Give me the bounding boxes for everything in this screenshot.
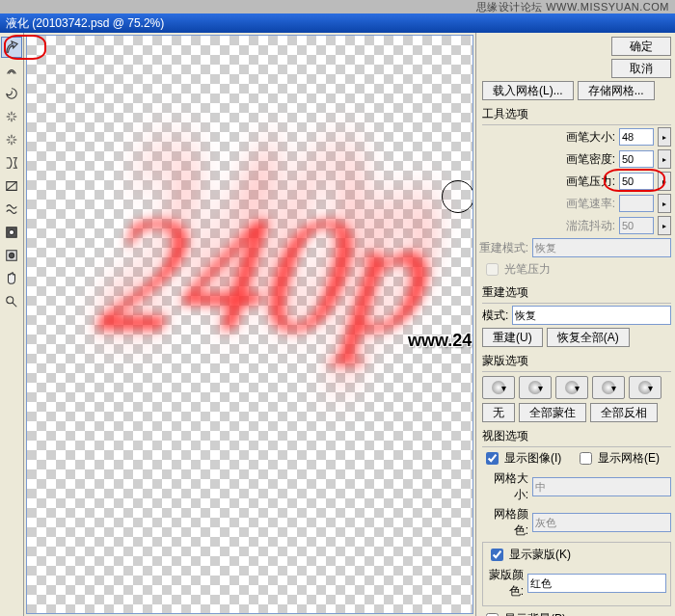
cancel-button[interactable]: 取消: [611, 59, 671, 78]
mask-subtract-button[interactable]: ▾: [555, 376, 588, 399]
push-left-tool-icon[interactable]: [1, 152, 22, 174]
mask-add-button[interactable]: ▾: [519, 376, 552, 399]
twirl-tool-icon[interactable]: [1, 83, 22, 104]
svg-point-4: [7, 297, 14, 304]
recon-mode-label-inline: 重建模式:: [479, 240, 528, 256]
recon-mode-select[interactable]: [512, 306, 671, 325]
watermark-bar: 思缘设计论坛 WWW.MISSYUAN.COM: [0, 0, 675, 13]
show-mesh-label: 显示网格(E): [598, 450, 660, 467]
brush-size-input[interactable]: [619, 128, 654, 146]
turbulence-tool-icon[interactable]: [1, 199, 22, 220]
credit-overlay: www.240ps.com: [408, 331, 473, 351]
brush-size-stepper[interactable]: ▸: [658, 127, 671, 147]
mask-invert-button[interactable]: ▾: [629, 376, 662, 399]
brush-cursor-icon: [442, 180, 473, 213]
brush-pressure-label: 画笔压力:: [557, 174, 615, 190]
show-bg-label: 显示背景(P): [504, 611, 566, 616]
mask-all-button[interactable]: 全部蒙住: [519, 403, 586, 422]
recon-mode-label: 模式:: [482, 308, 508, 324]
mirror-tool-icon[interactable]: [1, 175, 22, 197]
brush-rate-input: [619, 195, 654, 212]
brush-density-stepper[interactable]: ▸: [658, 149, 671, 169]
mesh-size-label: 网格大小:: [482, 470, 528, 503]
show-mask-checkbox[interactable]: [491, 549, 503, 561]
brush-pressure-input[interactable]: [619, 173, 654, 190]
recon-mode-select-inline: [532, 238, 671, 257]
brush-density-input[interactable]: [619, 150, 654, 168]
load-mesh-button[interactable]: 载入网格(L)...: [482, 81, 574, 100]
thaw-mask-tool-icon[interactable]: [1, 245, 22, 266]
mesh-size-select: [532, 477, 671, 496]
mask-replace-button[interactable]: ▾: [482, 376, 515, 399]
bloat-tool-icon[interactable]: [1, 129, 22, 150]
show-mesh-checkbox[interactable]: [580, 452, 592, 465]
rebuild-button[interactable]: 重建(U): [482, 328, 543, 347]
pen-pressure-checkbox: [486, 263, 499, 276]
mask-color-select[interactable]: [527, 574, 666, 593]
ok-button[interactable]: 确定: [611, 37, 671, 56]
restore-all-button[interactable]: 恢复全部(A): [547, 328, 630, 347]
forward-warp-tool-icon[interactable]: [1, 37, 22, 58]
mask-invert-all-button[interactable]: 全部反相: [590, 403, 658, 422]
mask-color-label: 蒙版颜色:: [487, 567, 524, 600]
liquify-toolbox: [0, 33, 24, 616]
liquify-canvas[interactable]: 240p www.240ps.com: [26, 35, 473, 614]
show-image-checkbox[interactable]: [486, 452, 499, 465]
mask-button-row: ▾ ▾ ▾ ▾ ▾: [482, 376, 671, 399]
turb-jitter-input: [619, 217, 654, 234]
turb-jitter-stepper: ▸: [658, 216, 671, 235]
pucker-tool-icon[interactable]: [1, 106, 22, 127]
zoom-tool-icon[interactable]: [1, 291, 22, 312]
svg-point-1: [9, 229, 14, 234]
freeze-mask-tool-icon[interactable]: [1, 222, 22, 243]
turb-jitter-label: 湍流抖动:: [557, 218, 615, 234]
window-title-bar: 液化 (20103742.psd @ 75.2%): [0, 13, 675, 33]
tool-options-header: 工具选项: [482, 106, 671, 125]
mask-intersect-button[interactable]: ▾: [592, 376, 625, 399]
mask-none-button[interactable]: 无: [482, 403, 515, 422]
pen-pressure-label: 光笔压力: [504, 261, 551, 278]
view-options-header: 视图选项: [482, 428, 671, 447]
brush-density-label: 画笔密度:: [557, 151, 615, 168]
mask-options-header: 蒙版选项: [482, 353, 671, 372]
brush-rate-stepper: ▸: [658, 194, 671, 213]
svg-point-3: [9, 253, 14, 257]
show-image-label: 显示图像(I): [504, 450, 561, 467]
artwork-text: 240p: [91, 180, 445, 368]
hand-tool-icon[interactable]: [1, 268, 22, 289]
mesh-color-select: [532, 513, 671, 532]
recon-options-header: 重建选项: [482, 284, 671, 304]
reconstruct-tool-icon[interactable]: [1, 60, 22, 81]
brush-pressure-stepper[interactable]: ▸: [658, 172, 671, 191]
brush-size-label: 画笔大小:: [557, 129, 615, 146]
brush-rate-label: 画笔速率:: [557, 196, 615, 212]
options-panel: 确定 取消 载入网格(L)...存储网格... 工具选项 画笔大小:▸ 画笔密度…: [475, 33, 675, 616]
save-mesh-button[interactable]: 存储网格...: [578, 81, 655, 100]
show-mask-label: 显示蒙版(K): [509, 547, 571, 563]
mesh-color-label: 网格颜色:: [482, 506, 528, 539]
